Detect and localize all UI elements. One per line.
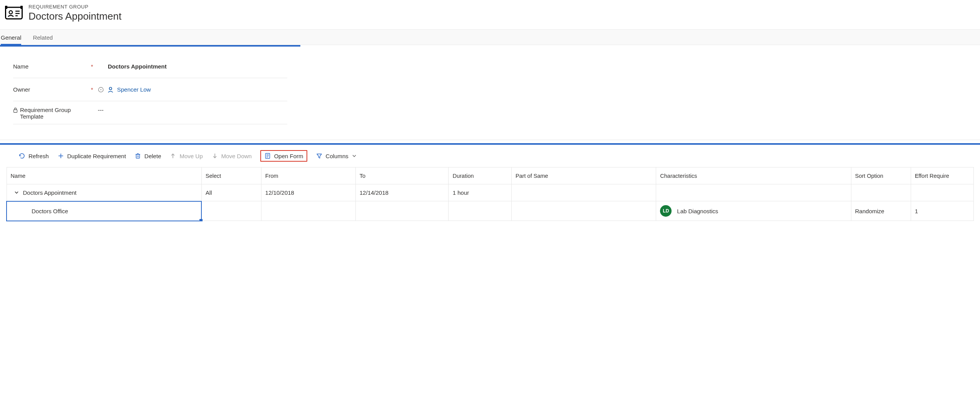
cell-part[interactable] bbox=[511, 184, 656, 201]
required-mark: * bbox=[89, 86, 95, 93]
field-row-name: Name * Doctors Appointment bbox=[13, 55, 287, 78]
lock-icon bbox=[13, 107, 18, 114]
move-down-button: Move Down bbox=[211, 152, 252, 159]
col-header-part[interactable]: Part of Same bbox=[511, 167, 656, 184]
trash-icon bbox=[134, 152, 141, 159]
chevron-down-icon[interactable] bbox=[14, 190, 19, 195]
columns-button[interactable]: Columns bbox=[316, 152, 357, 159]
col-header-duration[interactable]: Duration bbox=[449, 167, 511, 184]
svg-rect-2 bbox=[20, 6, 23, 9]
col-header-from[interactable]: From bbox=[261, 167, 355, 184]
arrow-down-icon bbox=[211, 152, 218, 159]
cell-characteristics[interactable]: LD Lab Diagnostics bbox=[656, 201, 851, 221]
svg-rect-10 bbox=[14, 110, 17, 112]
page-title: Doctors Appointment bbox=[28, 10, 121, 22]
cell-duration[interactable]: 1 hour bbox=[449, 184, 511, 201]
tab-bar: General Related bbox=[0, 29, 980, 45]
col-header-characteristics[interactable]: Characteristics bbox=[656, 167, 851, 184]
entity-label: REQUIREMENT GROUP bbox=[28, 4, 121, 10]
svg-point-9 bbox=[109, 87, 112, 89]
cell-effort[interactable]: 1 bbox=[911, 201, 973, 221]
open-form-button[interactable]: Open Form bbox=[260, 150, 307, 162]
refresh-icon bbox=[18, 152, 25, 159]
field-row-template: Requirement Group Template --- bbox=[13, 101, 287, 124]
form-section: Name * Doctors Appointment Owner * Spenc… bbox=[0, 45, 980, 221]
cell-select[interactable] bbox=[201, 201, 261, 221]
cell-duration[interactable] bbox=[449, 201, 511, 221]
field-row-owner: Owner * Spencer Low bbox=[13, 78, 287, 101]
cell-name[interactable]: Doctors Appointment bbox=[7, 184, 201, 201]
move-up-button: Move Up bbox=[169, 152, 203, 159]
filter-icon bbox=[316, 152, 323, 159]
delete-button[interactable]: Delete bbox=[134, 152, 161, 159]
cell-part[interactable] bbox=[511, 201, 656, 221]
plus-icon bbox=[57, 152, 64, 159]
cell-to[interactable] bbox=[355, 201, 449, 221]
owner-link[interactable]: Spencer Low bbox=[117, 86, 151, 93]
cell-effort[interactable] bbox=[911, 184, 973, 201]
field-value-template: --- bbox=[98, 107, 104, 113]
col-header-sort[interactable]: Sort Option bbox=[851, 167, 911, 184]
grid-header-row: Name Select From To Duration Part of Sam… bbox=[7, 167, 974, 184]
entity-icon bbox=[5, 5, 23, 22]
cell-sort[interactable]: Randomize bbox=[851, 201, 911, 221]
cell-characteristics[interactable] bbox=[656, 184, 851, 201]
required-mark: * bbox=[89, 63, 95, 70]
col-header-name[interactable]: Name bbox=[7, 167, 201, 184]
svg-point-3 bbox=[9, 11, 12, 14]
avatar: LD bbox=[660, 205, 672, 217]
col-header-select[interactable]: Select bbox=[201, 167, 261, 184]
chevron-down-icon bbox=[352, 153, 357, 159]
cell-sort[interactable] bbox=[851, 184, 911, 201]
col-header-to[interactable]: To bbox=[355, 167, 449, 184]
person-icon bbox=[107, 86, 114, 93]
svg-rect-0 bbox=[6, 7, 22, 19]
cell-name-selected[interactable]: Doctors Office bbox=[7, 201, 201, 221]
cell-from[interactable] bbox=[261, 201, 355, 221]
cell-from[interactable]: 12/10/2018 bbox=[261, 184, 355, 201]
svg-point-8 bbox=[101, 89, 101, 90]
svg-rect-1 bbox=[5, 6, 7, 9]
col-header-effort[interactable]: Effort Require bbox=[911, 167, 973, 184]
field-label-template: Requirement Group Template bbox=[13, 107, 86, 120]
tab-general[interactable]: General bbox=[1, 30, 21, 45]
page-header: REQUIREMENT GROUP Doctors Appointment bbox=[0, 0, 980, 29]
grid-row[interactable]: Doctors Office LD Lab Diagnostics R bbox=[7, 201, 974, 221]
form-icon bbox=[264, 152, 271, 159]
arrow-up-icon bbox=[169, 152, 176, 159]
svg-rect-13 bbox=[136, 154, 140, 158]
cell-select[interactable]: All bbox=[201, 184, 261, 201]
refresh-button[interactable]: Refresh bbox=[18, 152, 49, 159]
grid-toolbar: Refresh Duplicate Requirement Delete Mov… bbox=[0, 145, 980, 167]
field-label-name: Name bbox=[13, 63, 86, 70]
duplicate-button[interactable]: Duplicate Requirement bbox=[57, 152, 126, 159]
requirements-grid: Name Select From To Duration Part of Sam… bbox=[6, 167, 974, 221]
field-value-name[interactable]: Doctors Appointment bbox=[108, 63, 167, 70]
cell-to[interactable]: 12/14/2018 bbox=[355, 184, 449, 201]
field-label-owner: Owner bbox=[13, 86, 86, 93]
grid-row[interactable]: Doctors Appointment All 12/10/2018 12/14… bbox=[7, 184, 974, 201]
tab-related[interactable]: Related bbox=[33, 30, 53, 45]
info-icon bbox=[98, 87, 104, 93]
